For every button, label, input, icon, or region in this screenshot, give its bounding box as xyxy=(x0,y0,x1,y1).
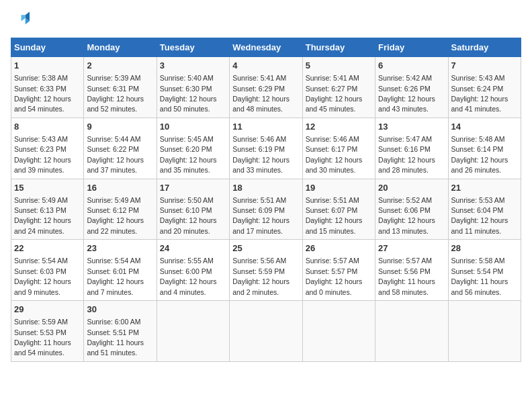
day-info: Sunrise: 5:57 AMSunset: 5:56 PMDaylight:… xyxy=(378,257,435,295)
day-info: Sunrise: 5:58 AMSunset: 5:54 PMDaylight:… xyxy=(451,257,508,295)
day-info: Sunrise: 5:52 AMSunset: 6:06 PMDaylight:… xyxy=(378,196,435,235)
calendar-cell: 16Sunrise: 5:49 AMSunset: 6:12 PMDayligh… xyxy=(84,179,157,240)
day-number: 24 xyxy=(160,242,226,255)
calendar-cell: 14Sunrise: 5:48 AMSunset: 6:14 PMDayligh… xyxy=(448,118,521,179)
day-number: 23 xyxy=(87,242,153,255)
calendar-cell xyxy=(302,301,375,362)
day-info: Sunrise: 5:41 AMSunset: 6:27 PMDaylight:… xyxy=(306,74,363,113)
header-wednesday: Wednesday xyxy=(230,38,302,57)
svg-marker-2 xyxy=(21,15,26,21)
day-number: 12 xyxy=(306,121,372,133)
calendar-week-3: 15Sunrise: 5:49 AMSunset: 6:13 PMDayligh… xyxy=(11,179,521,240)
calendar-cell: 12Sunrise: 5:46 AMSunset: 6:17 PMDayligh… xyxy=(302,118,375,179)
day-number: 16 xyxy=(87,182,153,194)
day-number: 26 xyxy=(306,242,372,255)
day-info: Sunrise: 5:50 AMSunset: 6:10 PMDaylight:… xyxy=(160,196,217,235)
calendar-week-2: 8Sunrise: 5:43 AMSunset: 6:23 PMDaylight… xyxy=(11,118,521,179)
day-number: 2 xyxy=(87,60,153,72)
calendar-cell: 21Sunrise: 5:53 AMSunset: 6:04 PMDayligh… xyxy=(448,179,521,240)
logo-icon xyxy=(11,11,30,30)
calendar-cell: 8Sunrise: 5:43 AMSunset: 6:23 PMDaylight… xyxy=(11,118,84,179)
calendar-cell: 9Sunrise: 5:44 AMSunset: 6:22 PMDaylight… xyxy=(84,118,157,179)
calendar-cell: 15Sunrise: 5:49 AMSunset: 6:13 PMDayligh… xyxy=(11,179,84,240)
logo xyxy=(11,11,32,30)
calendar-cell xyxy=(375,301,448,362)
day-number: 30 xyxy=(87,304,153,316)
day-info: Sunrise: 5:54 AMSunset: 6:03 PMDaylight:… xyxy=(14,257,71,295)
day-info: Sunrise: 5:49 AMSunset: 6:12 PMDaylight:… xyxy=(87,196,144,235)
page-header xyxy=(11,11,521,30)
day-info: Sunrise: 5:42 AMSunset: 6:26 PMDaylight:… xyxy=(378,74,435,113)
calendar-cell: 1Sunrise: 5:38 AMSunset: 6:33 PMDaylight… xyxy=(11,57,84,118)
day-info: Sunrise: 5:47 AMSunset: 6:16 PMDaylight:… xyxy=(378,135,435,174)
day-info: Sunrise: 5:56 AMSunset: 5:59 PMDaylight:… xyxy=(232,257,290,295)
day-number: 1 xyxy=(14,60,81,72)
day-number: 11 xyxy=(232,121,299,133)
header-monday: Monday xyxy=(84,38,157,57)
calendar-cell: 22Sunrise: 5:54 AMSunset: 6:03 PMDayligh… xyxy=(11,240,84,301)
day-number: 10 xyxy=(160,121,226,133)
header-sunday: Sunday xyxy=(11,38,84,57)
calendar-cell: 30Sunrise: 6:00 AMSunset: 5:51 PMDayligh… xyxy=(84,301,157,362)
calendar-cell: 13Sunrise: 5:47 AMSunset: 6:16 PMDayligh… xyxy=(375,118,448,179)
calendar-week-5: 29Sunrise: 5:59 AMSunset: 5:53 PMDayligh… xyxy=(11,301,521,362)
day-info: Sunrise: 5:39 AMSunset: 6:31 PMDaylight:… xyxy=(87,74,144,113)
day-number: 15 xyxy=(14,182,81,194)
calendar-cell: 17Sunrise: 5:50 AMSunset: 6:10 PMDayligh… xyxy=(157,179,229,240)
day-info: Sunrise: 5:55 AMSunset: 6:00 PMDaylight:… xyxy=(160,257,217,295)
header-tuesday: Tuesday xyxy=(157,38,229,57)
day-number: 17 xyxy=(160,182,226,194)
day-info: Sunrise: 5:53 AMSunset: 6:04 PMDaylight:… xyxy=(451,196,508,235)
day-info: Sunrise: 5:46 AMSunset: 6:17 PMDaylight:… xyxy=(306,135,363,174)
calendar-cell: 3Sunrise: 5:40 AMSunset: 6:30 PMDaylight… xyxy=(157,57,229,118)
day-number: 18 xyxy=(232,182,299,194)
day-info: Sunrise: 5:45 AMSunset: 6:20 PMDaylight:… xyxy=(160,135,217,174)
header-friday: Friday xyxy=(375,38,448,57)
day-info: Sunrise: 5:40 AMSunset: 6:30 PMDaylight:… xyxy=(160,74,217,113)
calendar-cell: 25Sunrise: 5:56 AMSunset: 5:59 PMDayligh… xyxy=(230,240,302,301)
calendar-cell xyxy=(448,301,521,362)
day-info: Sunrise: 5:46 AMSunset: 6:19 PMDaylight:… xyxy=(232,135,290,174)
day-info: Sunrise: 5:59 AMSunset: 5:53 PMDaylight:… xyxy=(14,318,71,357)
calendar-week-1: 1Sunrise: 5:38 AMSunset: 6:33 PMDaylight… xyxy=(11,57,521,118)
day-number: 21 xyxy=(451,182,518,194)
day-info: Sunrise: 5:44 AMSunset: 6:22 PMDaylight:… xyxy=(87,135,144,174)
calendar-cell: 5Sunrise: 5:41 AMSunset: 6:27 PMDaylight… xyxy=(302,57,375,118)
day-number: 9 xyxy=(87,121,153,133)
day-number: 4 xyxy=(232,60,299,72)
calendar-cell xyxy=(230,301,302,362)
day-number: 27 xyxy=(378,242,445,255)
calendar-cell: 28Sunrise: 5:58 AMSunset: 5:54 PMDayligh… xyxy=(448,240,521,301)
day-info: Sunrise: 5:41 AMSunset: 6:29 PMDaylight:… xyxy=(232,74,290,113)
day-info: Sunrise: 6:00 AMSunset: 5:51 PMDaylight:… xyxy=(87,318,144,357)
calendar-cell: 18Sunrise: 5:51 AMSunset: 6:09 PMDayligh… xyxy=(230,179,302,240)
day-number: 20 xyxy=(378,182,445,194)
day-info: Sunrise: 5:51 AMSunset: 6:07 PMDaylight:… xyxy=(306,196,363,235)
day-info: Sunrise: 5:43 AMSunset: 6:23 PMDaylight:… xyxy=(14,135,71,174)
day-info: Sunrise: 5:48 AMSunset: 6:14 PMDaylight:… xyxy=(451,135,508,174)
day-number: 25 xyxy=(232,242,299,255)
day-number: 5 xyxy=(306,60,372,72)
calendar-cell: 19Sunrise: 5:51 AMSunset: 6:07 PMDayligh… xyxy=(302,179,375,240)
day-info: Sunrise: 5:54 AMSunset: 6:01 PMDaylight:… xyxy=(87,257,144,295)
calendar-cell: 20Sunrise: 5:52 AMSunset: 6:06 PMDayligh… xyxy=(375,179,448,240)
day-info: Sunrise: 5:43 AMSunset: 6:24 PMDaylight:… xyxy=(451,74,508,113)
day-number: 22 xyxy=(14,242,81,255)
day-number: 14 xyxy=(451,121,518,133)
calendar-cell: 26Sunrise: 5:57 AMSunset: 5:57 PMDayligh… xyxy=(302,240,375,301)
day-info: Sunrise: 5:49 AMSunset: 6:13 PMDaylight:… xyxy=(14,196,71,235)
day-info: Sunrise: 5:51 AMSunset: 6:09 PMDaylight:… xyxy=(232,196,290,235)
header-saturday: Saturday xyxy=(448,38,521,57)
calendar-header-row: SundayMondayTuesdayWednesdayThursdayFrid… xyxy=(11,38,521,57)
header-thursday: Thursday xyxy=(302,38,375,57)
calendar-week-4: 22Sunrise: 5:54 AMSunset: 6:03 PMDayligh… xyxy=(11,240,521,301)
day-number: 19 xyxy=(306,182,372,194)
calendar-cell: 27Sunrise: 5:57 AMSunset: 5:56 PMDayligh… xyxy=(375,240,448,301)
calendar-cell: 11Sunrise: 5:46 AMSunset: 6:19 PMDayligh… xyxy=(230,118,302,179)
calendar-cell: 10Sunrise: 5:45 AMSunset: 6:20 PMDayligh… xyxy=(157,118,229,179)
day-number: 13 xyxy=(378,121,445,133)
calendar-cell: 23Sunrise: 5:54 AMSunset: 6:01 PMDayligh… xyxy=(84,240,157,301)
calendar-table: SundayMondayTuesdayWednesdayThursdayFrid… xyxy=(11,38,521,362)
calendar-cell xyxy=(157,301,229,362)
day-number: 3 xyxy=(160,60,226,72)
